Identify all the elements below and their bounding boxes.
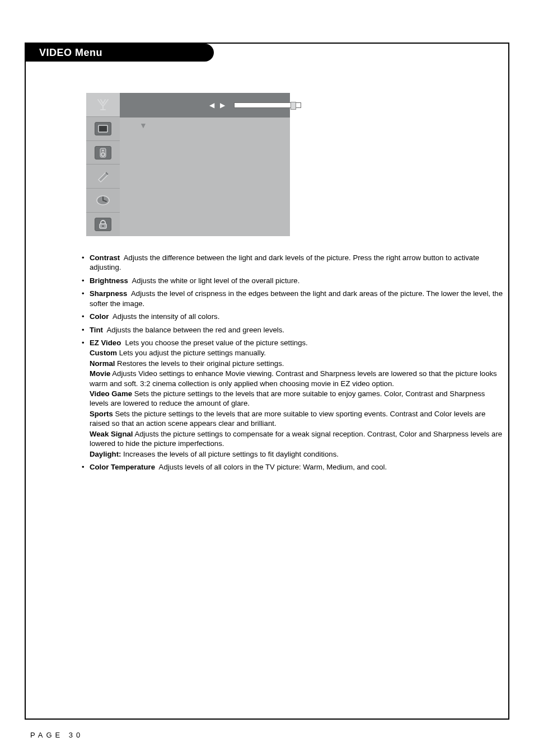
list-item: Brightness Adjusts the white or light le…: [82, 276, 503, 285]
osd-body: [120, 118, 290, 236]
desc: Adjusts the difference between the light…: [90, 253, 479, 271]
content-area: Contrast Adjusts the difference between …: [82, 253, 503, 475]
pen-icon: [96, 170, 110, 182]
slider-thumb[interactable]: [291, 102, 296, 110]
term: Tint: [90, 326, 103, 334]
sub-term: Video Game: [90, 389, 132, 398]
svg-point-6: [102, 226, 104, 227]
osd-top-row: ◀ ▶: [120, 93, 290, 118]
lock-icon: [95, 218, 111, 231]
section-header: VIDEO Menu: [25, 44, 214, 62]
list-item: Color Adjusts the intensity of all color…: [82, 312, 503, 321]
list-item: Tint Adjusts the balance between the red…: [82, 325, 503, 335]
sub-term: Daylight:: [90, 450, 121, 458]
osd-tab-lock[interactable]: [86, 213, 120, 236]
osd-tab-audio[interactable]: [86, 141, 120, 165]
down-arrow-icon[interactable]: ▼: [139, 121, 147, 130]
term: Color: [90, 312, 109, 321]
desc: Adjusts levels of all colors in the TV p…: [159, 463, 387, 471]
desc: Adjusts the intensity of all colors.: [113, 312, 219, 321]
desc: Adjusts the balance between the red and …: [107, 326, 284, 334]
svg-point-2: [102, 149, 104, 151]
term: Sharpness: [90, 289, 127, 298]
sub-term: Weak Signal: [90, 430, 133, 438]
sub-desc: Adjusts Video settings to enhance Movie …: [90, 369, 497, 387]
sub-term: Movie: [90, 369, 110, 378]
osd-panel: ◀ ▶ ▼: [86, 93, 290, 236]
sub-desc: Sets the picture settings to the levels …: [90, 389, 485, 407]
page-number: PAGE 30: [30, 731, 83, 739]
term: Color Temperature: [90, 463, 155, 471]
desc: Adjusts the white or light level of the …: [132, 276, 300, 285]
osd-tab-setup[interactable]: [86, 165, 120, 189]
term: Brightness: [90, 276, 128, 285]
sub-desc: Restores the levels to their original pi…: [117, 359, 284, 368]
sub-desc: Lets you adjust the picture settings man…: [119, 349, 266, 357]
tv-icon: [95, 122, 111, 135]
left-arrow-icon[interactable]: ◀: [209, 101, 214, 109]
list-item: Sharpness Adjusts the level of crispness…: [82, 289, 503, 308]
osd-sidebar: [86, 93, 120, 236]
antenna-icon: [96, 98, 110, 111]
list-item: EZ Video Lets you choose the preset valu…: [82, 338, 503, 459]
value-slider[interactable]: [234, 102, 301, 108]
sub-term: Normal: [90, 359, 115, 368]
sub-term: Custom: [90, 349, 117, 357]
right-arrow-icon[interactable]: ▶: [220, 101, 225, 109]
desc: Lets you choose the preset value of the …: [125, 339, 308, 347]
term: Contrast: [90, 253, 120, 262]
clock-icon: [95, 195, 111, 206]
list-item: Contrast Adjusts the difference between …: [82, 253, 503, 273]
osd-tab-antenna[interactable]: [86, 93, 120, 117]
list-item: Color Temperature Adjusts levels of all …: [82, 462, 503, 472]
desc: Adjusts the level of crispness in the ed…: [90, 289, 503, 307]
svg-rect-0: [99, 125, 107, 132]
speaker-icon: [95, 146, 111, 159]
sub-desc: Sets the picture settings to the levels …: [90, 410, 485, 428]
section-title: VIDEO Menu: [39, 47, 102, 59]
osd-tab-video[interactable]: [86, 117, 120, 141]
sub-desc: Adjusts the picture settings to compensa…: [90, 430, 502, 448]
sub-term: Sports: [90, 410, 113, 418]
term: EZ Video: [90, 339, 121, 347]
osd-tab-timer[interactable]: [86, 189, 120, 213]
sub-desc: Increases the levels of all picture sett…: [123, 450, 339, 458]
